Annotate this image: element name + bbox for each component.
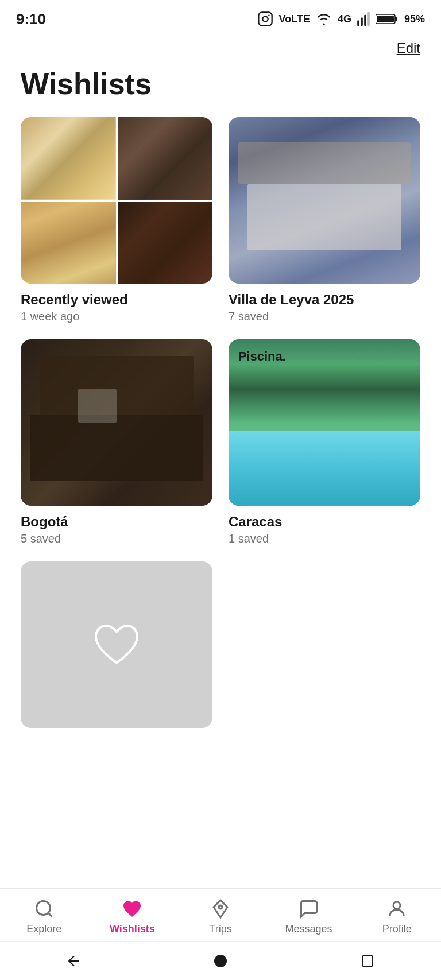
- trips-label: Trips: [209, 923, 231, 935]
- wishlist-name-bogota: Bogotá: [21, 514, 212, 530]
- nav-item-messages[interactable]: Messages: [280, 898, 338, 935]
- svg-rect-5: [364, 15, 366, 26]
- explore-icon: [33, 898, 55, 920]
- battery-percent: 95%: [404, 13, 425, 25]
- wishlist-image-villa: [229, 117, 420, 284]
- svg-rect-8: [395, 17, 397, 21]
- nav-item-explore[interactable]: Explore: [16, 898, 73, 935]
- instagram-icon: [257, 11, 273, 27]
- svg-line-11: [48, 913, 52, 917]
- nav-item-wishlists[interactable]: Wishlists: [103, 898, 161, 935]
- svg-rect-3: [357, 20, 359, 26]
- wishlist-meta-recently-viewed: 1 week ago: [21, 310, 212, 323]
- wishlist-meta-villa: 7 saved: [229, 310, 420, 323]
- messages-label: Messages: [285, 923, 332, 935]
- profile-label: Profile: [382, 923, 412, 935]
- edit-button[interactable]: Edit: [397, 40, 420, 56]
- wishlists-grid: Recently viewed 1 week ago Villa de Leyv…: [0, 117, 441, 736]
- photo-villa: [229, 117, 420, 284]
- nav-item-trips[interactable]: Trips: [192, 898, 249, 935]
- photo-caracas: Piscina.: [229, 339, 420, 506]
- android-home-button[interactable]: [206, 947, 235, 975]
- svg-point-10: [36, 901, 50, 915]
- wishlist-card-recently-viewed[interactable]: Recently viewed 1 week ago: [21, 117, 212, 323]
- wishlist-card-new[interactable]: [21, 561, 212, 736]
- 4g-icon: 4G: [338, 13, 351, 25]
- wishlist-card-caracas[interactable]: Piscina. Caracas 1 saved: [229, 339, 420, 545]
- photo-cell-3: [21, 202, 116, 284]
- wishlist-image-bogota: [21, 339, 212, 506]
- wishlist-card-bogota[interactable]: Bogotá 5 saved: [21, 339, 212, 545]
- heart-outline-icon: [94, 623, 140, 666]
- wishlist-placeholder: [21, 561, 212, 728]
- photo-cell-2: [118, 117, 213, 200]
- svg-rect-0: [258, 12, 272, 25]
- svg-point-12: [219, 905, 222, 909]
- page-title: Wishlists: [0, 56, 441, 117]
- profile-icon: [386, 898, 408, 920]
- battery-icon: [376, 12, 399, 26]
- wishlist-meta-bogota: 5 saved: [21, 532, 212, 545]
- wishlist-card-villa-de-leyva[interactable]: Villa de Leyva 2025 7 saved: [229, 117, 420, 323]
- content-area: Recently viewed 1 week ago Villa de Leyv…: [0, 117, 441, 851]
- wifi-icon: [316, 12, 332, 26]
- photo-cell-4: [118, 202, 213, 284]
- status-icons: VoLTE 4G 95%: [257, 11, 425, 27]
- android-recents-button[interactable]: [353, 947, 382, 975]
- trips-icon: [210, 898, 231, 920]
- wishlist-name-recently-viewed: Recently viewed: [21, 292, 212, 308]
- svg-point-2: [268, 14, 269, 16]
- svg-point-1: [262, 16, 268, 21]
- svg-rect-4: [361, 18, 363, 26]
- photo-bogota: [21, 339, 212, 506]
- volte-icon: VoLTE: [279, 13, 310, 25]
- bottom-nav: Explore Wishlists Trips Messages: [0, 888, 441, 941]
- nav-item-profile[interactable]: Profile: [368, 898, 425, 935]
- messages-icon: [298, 898, 320, 920]
- svg-rect-9: [377, 16, 394, 22]
- android-nav-bar: [0, 941, 441, 980]
- wishlists-icon: [121, 898, 143, 920]
- wishlist-meta-caracas: 1 saved: [229, 532, 420, 545]
- status-time: 9:10: [16, 10, 46, 28]
- wishlist-image-caracas: Piscina.: [229, 339, 420, 506]
- explore-label: Explore: [26, 923, 61, 935]
- wishlist-name-villa: Villa de Leyva 2025: [229, 292, 420, 308]
- signal-icon: [357, 12, 370, 26]
- wishlists-label: Wishlists: [110, 923, 155, 935]
- page-header: Edit: [0, 34, 441, 56]
- wishlist-name-caracas: Caracas: [229, 514, 420, 530]
- svg-rect-6: [368, 12, 370, 26]
- photo-cell-1: [21, 117, 116, 200]
- wishlist-image-recently-viewed: [21, 117, 212, 284]
- android-back-button[interactable]: [59, 947, 88, 975]
- status-bar: 9:10 VoLTE 4G 95%: [0, 0, 441, 34]
- svg-point-13: [393, 902, 400, 909]
